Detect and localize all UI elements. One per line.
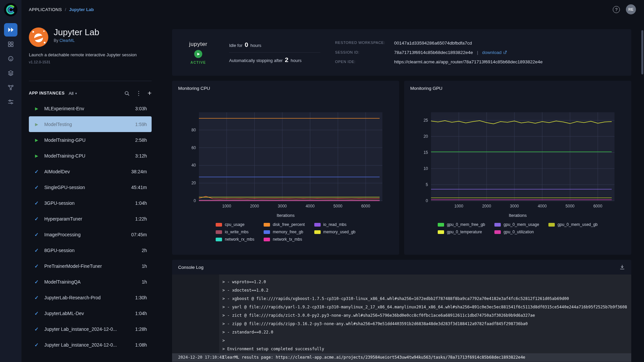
instance-duration: 2h (142, 248, 147, 253)
instance-row[interactable]: ▶ModelTraining-CPU3:12h (29, 148, 152, 164)
running-play-icon: ▶ (194, 50, 202, 58)
legend-item[interactable]: io_write_mbs (216, 230, 254, 234)
legend-item[interactable]: gpu_0_utilization (494, 230, 539, 234)
nav-models[interactable] (4, 52, 17, 65)
instance-row[interactable]: ✓8GPU-session2h (29, 242, 152, 258)
legend-item[interactable]: memory_used_gb (314, 230, 356, 234)
nav-dashboard[interactable] (4, 38, 17, 51)
instance-duration: 38:24m (131, 169, 147, 174)
byline-clearml-link[interactable]: ClearML (59, 38, 74, 43)
scrollbar-thumb[interactable] (641, 30, 643, 74)
download-log-button[interactable] (619, 264, 625, 270)
more-options-button[interactable]: ⋮ (136, 90, 142, 97)
instance-name: 3GPU-session (44, 200, 130, 206)
instances-header: APP INSTANCES All ▾ ⋮ + (29, 89, 152, 97)
nav-datasets[interactable] (4, 66, 17, 80)
instance-row[interactable]: ✓AIModelDev38:24m (29, 164, 152, 179)
legend-label: io_write_mbs (225, 230, 249, 234)
app-header: Jupyter Lab By ClearML (29, 27, 152, 47)
console-log-card: Console Log > - wsproto==1.2.0> - xdocte… (172, 260, 631, 362)
svg-text:3000: 3000 (278, 204, 287, 208)
session-status-block: jupyter ▶ ACTIVE (182, 41, 214, 64)
check-icon: ✓ (34, 216, 40, 222)
autostop-prefix: Automatically stopping after (229, 58, 283, 63)
avatar[interactable]: RE (626, 4, 636, 14)
instance-row[interactable]: ✓HyperparamTuner1:22h (29, 211, 152, 227)
legend-label: gpu_0_temperature (447, 230, 482, 234)
instance-duration: 3:12h (135, 153, 147, 159)
instance-row[interactable]: ✓JupyterLabML-Dev1:04h (29, 305, 152, 321)
instance-row[interactable]: ✓3GPU-session1:04h (29, 195, 152, 211)
search-button[interactable] (124, 90, 130, 96)
legend-label: gpu_0_mem_used_gb (557, 222, 597, 227)
nav-workers[interactable] (4, 95, 17, 109)
svg-text:20: 20 (192, 181, 196, 185)
check-icon: ✓ (34, 200, 40, 206)
nav-pipelines[interactable] (4, 81, 17, 94)
legend-item[interactable]: cpu_usage (216, 222, 254, 227)
topbar-right: ? RE (613, 4, 636, 14)
instance-row[interactable]: ✓PreTrainerModel-FineTuner1h (29, 258, 152, 274)
svg-text:20: 20 (424, 134, 428, 139)
svg-text:2000: 2000 (482, 204, 491, 208)
instance-row[interactable]: ✓ModelTrainingQA1h (29, 274, 152, 290)
help-button[interactable]: ? (613, 6, 620, 13)
instance-row[interactable]: ✓Jupyter Lab_instance_2024-12-0...1:08h (29, 337, 152, 353)
legend-item[interactable]: disk_free_percent (264, 222, 305, 227)
download-workspace-link[interactable]: download (482, 50, 507, 55)
instance-row[interactable]: ▶ModelTesting1:59h (29, 116, 152, 132)
gpu-chart-card: Monitoring GPU 0510152025100020003000400… (404, 81, 631, 255)
autostop-row: Automatically stopping after 2 hours (229, 52, 320, 67)
instance-row[interactable]: ▶MLExperiment-Env3:03h (29, 101, 152, 116)
idle-row: Idle for 0 hours (229, 38, 320, 52)
instance-row[interactable]: ✓JupyterLab-Research-Prod1:30h (29, 290, 152, 305)
add-instance-button[interactable]: + (148, 89, 152, 97)
instance-duration: 1:59h (135, 122, 147, 127)
instances-filter-dropdown[interactable]: All ▾ (69, 91, 77, 96)
instances-title: APP INSTANCES (29, 91, 65, 96)
instance-name: MLExperiment-Env (44, 106, 130, 111)
legend-item[interactable]: network_rx_mbs (216, 237, 254, 242)
legend-item[interactable]: memory_free_gb (264, 230, 305, 234)
svg-text:3000: 3000 (510, 204, 519, 208)
svg-text:10: 10 (424, 166, 428, 171)
play-icon: ▶ (34, 122, 40, 127)
gpu-chart-plot[interactable]: 0510152025100020003000400050006000 (407, 108, 631, 212)
legend-item[interactable]: network_tx_mbs (264, 237, 305, 242)
check-icon: ✓ (34, 326, 40, 332)
svg-text:4000: 4000 (306, 204, 315, 208)
instance-row[interactable]: ✓Jupyter Lab_instance_2024-12-0...1:28h (29, 321, 152, 337)
instance-duration: 1:22h (135, 216, 147, 222)
svg-text:15: 15 (424, 150, 428, 155)
legend-swatch (494, 223, 501, 227)
svg-text:6000: 6000 (361, 204, 370, 208)
console-body[interactable]: > - wsproto==1.2.0> - xdoctest==1.0.2> -… (172, 275, 631, 362)
main-content: jupyter ▶ ACTIVE Idle for 0 hours Automa… (160, 19, 644, 362)
breadcrumb-current: Jupyter Lab (69, 7, 94, 12)
legend-item[interactable]: io_read_mbs (314, 222, 356, 227)
legend-swatch (216, 230, 222, 234)
legend-item[interactable]: gpu_0_mem_usage (494, 222, 539, 227)
app-sidebar: Jupyter Lab By ClearML Launch a detachab… (21, 19, 160, 362)
legend-item[interactable]: gpu_0_temperature (438, 230, 485, 234)
legend-swatch (216, 238, 222, 241)
breadcrumb-applications[interactable]: APPLICATIONS (29, 7, 62, 12)
open-ide-url[interactable]: https://clearml.acme.ai/app_router/78a71… (394, 59, 621, 64)
console-line: > - zstandard==0.22.0 (172, 328, 631, 337)
jupyter-logo (29, 27, 48, 47)
cpu-chart-plot[interactable]: 020406080100020003000400050006000 (175, 108, 398, 212)
console-line: > (172, 337, 631, 345)
clearml-logo[interactable] (4, 3, 18, 17)
instance-row[interactable]: ✓SingleGPU-session45:41m (29, 179, 152, 195)
instance-row[interactable]: ▶ModelTraining-GPU2:58h (29, 132, 152, 148)
legend-label: disk_free_percent (273, 222, 305, 227)
legend-item[interactable]: gpu_0_mem_free_gb (438, 222, 485, 227)
sliders-icon (7, 99, 14, 105)
nav-applications[interactable] (4, 23, 17, 37)
legend-label: memory_used_gb (323, 230, 356, 234)
restored-workspace-label: RESTORED WORKSPACE: (335, 40, 388, 45)
idle-prefix: Idle for (229, 43, 243, 48)
legend-item[interactable]: gpu_0_mem_used_gb (548, 222, 597, 227)
instance-row[interactable]: ✓ImageProcessing07:45m (29, 227, 152, 242)
models-icon (7, 55, 14, 62)
